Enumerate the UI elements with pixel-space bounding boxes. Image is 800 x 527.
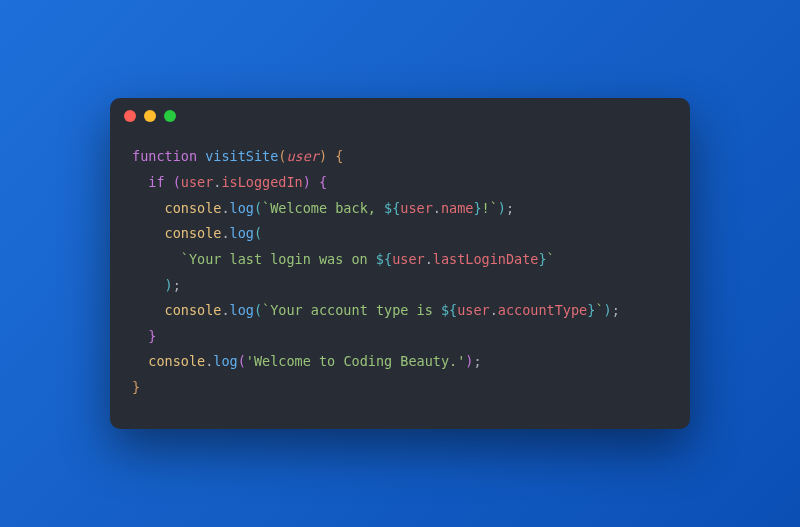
code-token: ` <box>595 302 603 318</box>
code-token: 'Welcome to Coding Beauty.' <box>246 353 465 369</box>
code-token: `Your account type is <box>262 302 441 318</box>
code-line: console.log(`Your account type is ${user… <box>132 298 668 324</box>
code-line: console.log('Welcome to Coding Beauty.')… <box>132 349 668 375</box>
code-line: } <box>132 375 668 401</box>
code-token: user <box>286 148 319 164</box>
code-token: user <box>392 251 425 267</box>
code-line: console.log(`Welcome back, ${user.name}!… <box>132 196 668 222</box>
code-token: console <box>165 200 222 216</box>
code-token: ` <box>547 251 555 267</box>
code-token: if <box>148 174 164 190</box>
zoom-icon[interactable] <box>164 110 176 122</box>
code-token: user <box>400 200 433 216</box>
code-line: console.log( <box>132 221 668 247</box>
code-token: ( <box>254 225 262 241</box>
code-window: function visitSite(user) { if (user.isLo… <box>110 98 690 428</box>
code-token: accountType <box>498 302 587 318</box>
code-token: ; <box>506 200 514 216</box>
code-token: . <box>221 200 229 216</box>
code-block: function visitSite(user) { if (user.isLo… <box>110 134 690 428</box>
code-token <box>132 302 165 318</box>
code-token <box>132 328 148 344</box>
code-token: . <box>425 251 433 267</box>
code-token: ( <box>254 200 262 216</box>
code-line: `Your last login was on ${user.lastLogin… <box>132 247 668 273</box>
code-token <box>197 148 205 164</box>
code-token <box>132 200 165 216</box>
code-token <box>132 174 148 190</box>
code-line: ); <box>132 273 668 299</box>
code-token: log <box>230 302 254 318</box>
code-token: log <box>213 353 237 369</box>
code-line: } <box>132 324 668 350</box>
code-token <box>132 251 181 267</box>
code-token: lastLoginDate <box>433 251 539 267</box>
code-token: ; <box>173 277 181 293</box>
code-token: visitSite <box>205 148 278 164</box>
code-token: name <box>441 200 474 216</box>
code-token: ) <box>604 302 612 318</box>
code-token: console <box>148 353 205 369</box>
code-token: log <box>230 200 254 216</box>
close-icon[interactable] <box>124 110 136 122</box>
code-token: `Your last login was on <box>181 251 376 267</box>
code-line: if (user.isLoggedIn) { <box>132 170 668 196</box>
code-token: ; <box>612 302 620 318</box>
code-token: } <box>538 251 546 267</box>
code-token: function <box>132 148 197 164</box>
code-token: . <box>490 302 498 318</box>
code-token: ( <box>238 353 246 369</box>
code-token: log <box>230 225 254 241</box>
code-token: ) { <box>319 148 343 164</box>
code-token <box>132 277 165 293</box>
code-token <box>165 174 173 190</box>
code-token: } <box>148 328 156 344</box>
code-token: } <box>473 200 481 216</box>
code-token: ${ <box>384 200 400 216</box>
code-token: ) <box>498 200 506 216</box>
code-token <box>132 353 148 369</box>
code-token: . <box>221 302 229 318</box>
code-token: ${ <box>441 302 457 318</box>
code-token: . <box>433 200 441 216</box>
code-token: console <box>165 302 222 318</box>
code-token: ( <box>173 174 181 190</box>
code-token: } <box>132 379 140 395</box>
code-line: function visitSite(user) { <box>132 144 668 170</box>
code-token: isLoggedIn <box>221 174 302 190</box>
code-token: !` <box>482 200 498 216</box>
minimize-icon[interactable] <box>144 110 156 122</box>
code-token: user <box>457 302 490 318</box>
code-token: user <box>181 174 214 190</box>
code-token <box>132 225 165 241</box>
code-token: . <box>221 225 229 241</box>
code-token: ${ <box>376 251 392 267</box>
code-token: ) { <box>303 174 327 190</box>
code-token: ) <box>165 277 173 293</box>
code-token: ( <box>254 302 262 318</box>
code-token: ; <box>473 353 481 369</box>
code-token: `Welcome back, <box>262 200 384 216</box>
titlebar <box>110 98 690 134</box>
code-token: console <box>165 225 222 241</box>
